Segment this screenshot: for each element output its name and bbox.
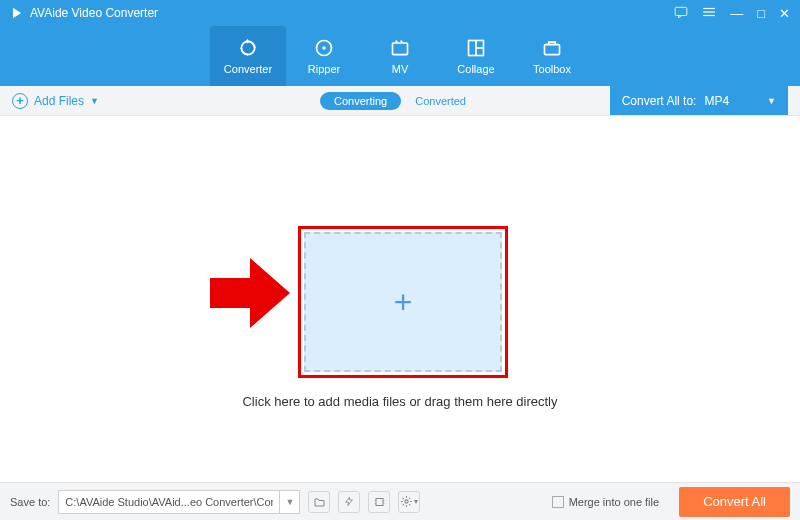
save-to-label: Save to: (10, 496, 50, 508)
nav-label: Collage (457, 63, 494, 75)
add-media-dropzone[interactable]: + (304, 232, 502, 372)
app-title: AVAide Video Converter (30, 6, 158, 20)
gpu-accel-button[interactable] (368, 491, 390, 513)
nav-ripper[interactable]: Ripper (286, 26, 362, 86)
minimize-button[interactable]: — (730, 7, 743, 20)
dropzone-highlight: + (298, 226, 508, 378)
tab-converted[interactable]: Converted (401, 92, 480, 110)
footer-bar: Save to: ▼ ▾ Merge into one file Convert… (0, 482, 800, 520)
window-controls: — □ ✕ (674, 6, 790, 20)
svg-rect-0 (675, 7, 687, 15)
settings-button[interactable]: ▾ (398, 491, 420, 513)
save-path-field: ▼ (58, 490, 300, 514)
dropzone-instruction: Click here to add media files or drag th… (0, 394, 800, 409)
save-path-dropdown[interactable]: ▼ (279, 491, 299, 513)
svg-point-5 (322, 46, 325, 49)
nav-mv[interactable]: MV (362, 26, 438, 86)
feedback-icon[interactable] (674, 6, 688, 20)
maximize-button[interactable]: □ (757, 7, 765, 20)
chevron-down-icon: ▼ (767, 96, 776, 106)
collage-icon (466, 38, 486, 58)
titlebar: AVAide Video Converter — □ ✕ (0, 0, 800, 26)
convert-all-to-panel: Convert All to: MP4 ▼ (610, 86, 788, 115)
add-files-label: Add Files (34, 94, 84, 108)
nav-converter[interactable]: Converter (210, 26, 286, 86)
svg-rect-6 (393, 43, 408, 55)
nav-label: MV (392, 63, 409, 75)
app-logo: AVAide Video Converter (10, 6, 158, 20)
main-nav: Converter Ripper MV Collage Toolbox (0, 26, 800, 86)
add-files-button[interactable]: + Add Files ▼ (12, 93, 99, 109)
annotation-arrow (210, 258, 290, 332)
nav-label: Converter (224, 63, 272, 75)
save-path-input[interactable] (59, 491, 279, 513)
convert-all-to-label: Convert All to: (622, 94, 697, 108)
svg-point-16 (405, 500, 408, 503)
format-selector[interactable]: MP4 ▼ (704, 94, 776, 108)
merge-label: Merge into one file (569, 496, 660, 508)
convert-all-button[interactable]: Convert All (679, 487, 790, 517)
plus-circle-icon: + (12, 93, 28, 109)
nav-toolbox[interactable]: Toolbox (514, 26, 590, 86)
nav-label: Ripper (308, 63, 340, 75)
nav-label: Toolbox (533, 63, 571, 75)
mv-icon (390, 38, 410, 58)
svg-rect-11 (376, 498, 383, 505)
status-toggle: Converting Converted (320, 92, 480, 110)
ripper-icon (314, 38, 334, 58)
plus-icon: + (394, 284, 413, 321)
merge-checkbox[interactable]: Merge into one file (552, 496, 660, 508)
nav-collage[interactable]: Collage (438, 26, 514, 86)
sub-toolbar: + Add Files ▼ Converting Converted Conve… (0, 86, 800, 116)
menu-icon[interactable] (702, 6, 716, 20)
open-folder-button[interactable] (308, 491, 330, 513)
converter-icon (238, 38, 258, 58)
main-area: + Click here to add media files or drag … (0, 116, 800, 482)
svg-rect-10 (545, 44, 560, 54)
play-logo-icon (10, 6, 24, 20)
checkbox-icon (552, 496, 564, 508)
lightning-button[interactable] (338, 491, 360, 513)
tab-converting[interactable]: Converting (320, 92, 401, 110)
toolbox-icon (542, 38, 562, 58)
close-button[interactable]: ✕ (779, 7, 790, 20)
selected-format: MP4 (704, 94, 729, 108)
chevron-down-icon: ▼ (90, 96, 99, 106)
